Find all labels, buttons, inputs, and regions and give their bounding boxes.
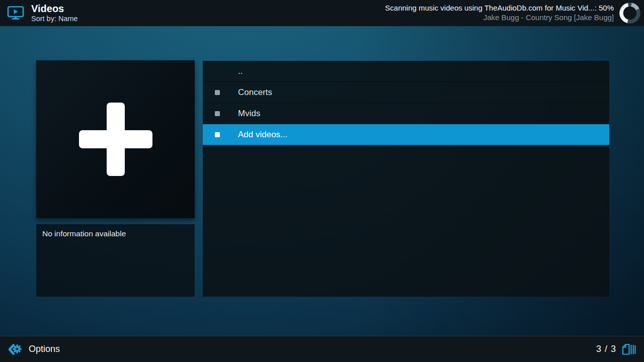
info-panel: No information available xyxy=(36,224,195,297)
item-bullet-icon xyxy=(215,132,220,137)
scan-current-item-text: Jake Bugg - Country Song [Jake Bugg] xyxy=(484,13,614,23)
item-label: Mvids xyxy=(238,109,260,119)
position-indicator-group: 3 / 3 xyxy=(596,343,644,356)
item-label: Concerts xyxy=(238,87,272,98)
options-gear-icon xyxy=(7,342,22,356)
options-label: Options xyxy=(29,344,60,354)
bottom-bar: Options 3 / 3 xyxy=(0,336,644,362)
page-title: Videos xyxy=(31,3,78,15)
sort-by-label: Sort by: Name xyxy=(31,15,78,23)
list-item[interactable]: .. xyxy=(203,61,609,82)
item-label: .. xyxy=(238,66,243,76)
list-item[interactable]: Add videos... xyxy=(203,124,609,145)
scan-status-text: Scanning music videos using TheAudioDb.c… xyxy=(385,4,614,13)
busy-spinner-icon xyxy=(618,1,642,25)
position-indicator: 3 / 3 xyxy=(596,344,616,354)
item-bullet-icon xyxy=(215,90,220,95)
file-list: .. Concerts Mvids Add videos... xyxy=(203,61,609,297)
list-item[interactable]: Concerts xyxy=(203,82,609,103)
header-title-group: Videos Sort by: Name xyxy=(0,3,78,23)
item-label: Add videos... xyxy=(238,130,287,140)
item-bullet-icon xyxy=(215,111,220,116)
top-bar: Videos Sort by: Name Scanning music vide… xyxy=(0,0,644,26)
options-button[interactable]: Options xyxy=(0,342,60,356)
videos-tv-play-icon xyxy=(7,6,24,21)
scan-status-group: Scanning music videos using TheAudioDb.c… xyxy=(385,1,644,25)
stacked-pages-icon xyxy=(621,343,636,356)
plus-icon xyxy=(78,102,153,177)
list-item[interactable]: Mvids xyxy=(203,103,609,124)
info-text: No information available xyxy=(42,229,126,238)
folder-thumbnail xyxy=(36,60,195,218)
